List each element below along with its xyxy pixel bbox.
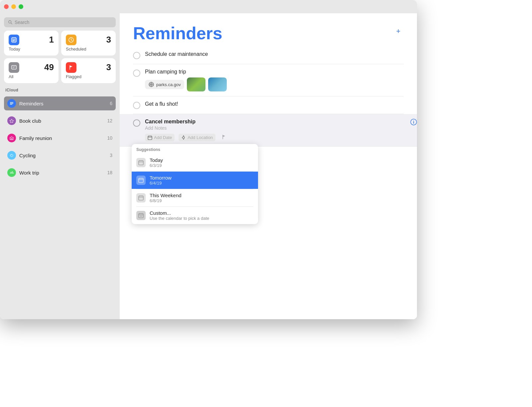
smart-tile-today[interactable]: 1 Today <box>4 31 59 56</box>
suggestion-today[interactable]: Today 6/3/19 <box>132 154 258 171</box>
reminder-checkbox-r4[interactable] <box>133 119 140 127</box>
smart-tile-scheduled[interactable]: 3 Scheduled <box>61 31 116 56</box>
suggestion-tomorrow-label: Tomorrow <box>150 175 172 181</box>
traffic-lights <box>4 4 23 9</box>
flag-button-r4[interactable] <box>219 133 228 142</box>
sidebar: Search 1 Today <box>0 13 120 319</box>
flagged-count: 3 <box>106 62 111 72</box>
reminder-content-r2: Plan camping trip parks.ca.gov <box>145 69 404 91</box>
search-placeholder: Search <box>15 20 29 25</box>
today-label: Today <box>9 47 54 52</box>
reminder-note-r4[interactable]: Add Notes <box>145 125 404 131</box>
scheduled-count: 3 <box>106 35 111 45</box>
smart-tile-all[interactable]: 49 All <box>4 58 59 83</box>
familyreunion-list-icon <box>7 134 16 142</box>
suggestion-tomorrow-text: Tomorrow 6/4/19 <box>150 175 172 186</box>
img-trees <box>187 77 205 91</box>
svg-rect-38 <box>139 213 143 218</box>
reminder-item-r4: Cancel membership Add Notes Add Date <box>120 114 417 147</box>
sidebar-item-reminders[interactable]: Reminders 6 <box>4 96 116 110</box>
add-date-button[interactable]: Add Date <box>145 134 175 141</box>
reminder-attachments-r2: parks.ca.gov <box>145 77 404 91</box>
globe-icon <box>148 81 154 87</box>
reminder-title-r2: Plan camping trip <box>145 69 186 74</box>
cycling-list-icon <box>7 151 16 160</box>
add-date-bar-r4: Add Date Add Location <box>145 133 404 142</box>
tile-top-scheduled: 3 <box>66 35 111 45</box>
cycling-list-label: Cycling <box>19 153 106 158</box>
scheduled-label: Scheduled <box>66 47 111 52</box>
reminders-list: Schedule car maintenance Plan camping tr… <box>120 47 417 319</box>
suggestion-custom-icon <box>136 211 146 220</box>
page-title: Reminders <box>133 23 222 43</box>
smart-tile-flagged[interactable]: 3 Flagged <box>61 58 116 83</box>
info-button-r4[interactable] <box>410 119 417 127</box>
suggestion-custom-label: Custom... <box>150 210 209 216</box>
add-location-label: Add Location <box>188 135 213 140</box>
reminder-item-r1: Schedule car maintenance <box>133 47 404 64</box>
svg-line-1 <box>11 23 12 24</box>
attachment-link-text-r2: parks.ca.gov <box>156 82 181 87</box>
reminder-title-r1: Schedule car maintenance <box>145 51 208 57</box>
suggestion-custom-text: Custom... Use the calendar to pick a dat… <box>150 210 209 221</box>
suggestion-custom[interactable]: Custom... Use the calendar to pick a dat… <box>132 207 258 224</box>
flagged-icon <box>66 62 76 73</box>
minimize-button[interactable] <box>11 4 16 9</box>
suggestion-today-label: Today <box>150 157 163 163</box>
img-lake <box>208 77 227 91</box>
svg-marker-16 <box>10 119 14 123</box>
suggestion-today-text: Today 6/3/19 <box>150 157 163 168</box>
svg-rect-30 <box>139 178 143 183</box>
suggestions-dropdown: Suggestions <box>132 144 258 224</box>
cycling-list-count: 3 <box>110 153 112 158</box>
all-icon <box>9 62 19 73</box>
reminder-content-r1: Schedule car maintenance <box>145 51 404 57</box>
close-button[interactable] <box>4 4 9 9</box>
main-content: Reminders + Schedule car maintenance Pla… <box>120 13 417 319</box>
svg-rect-34 <box>139 196 143 200</box>
suggestion-tomorrow[interactable]: Tomorrow 6/4/19 <box>132 172 258 189</box>
maximize-button[interactable] <box>19 4 23 9</box>
today-count: 1 <box>49 35 54 45</box>
search-bar[interactable]: Search <box>4 17 116 27</box>
smart-tiles: 1 Today 3 Scheduled <box>4 31 116 83</box>
add-location-button[interactable]: Add Location <box>179 134 215 141</box>
reminder-item-r2: Plan camping trip parks.ca.gov <box>133 64 404 96</box>
bookclub-list-count: 12 <box>107 118 112 123</box>
add-reminder-button[interactable]: + <box>393 26 404 37</box>
reminder-checkbox-r2[interactable] <box>133 69 140 77</box>
suggestion-weekend[interactable]: This Weekend 6/8/19 <box>132 189 258 206</box>
tile-top-today: 1 <box>9 35 54 45</box>
icloud-section-label: iCloud <box>4 86 116 93</box>
svg-point-45 <box>413 121 414 121</box>
titlebar <box>0 0 417 13</box>
tile-top-flagged: 3 <box>66 62 111 73</box>
tile-top-all: 49 <box>9 62 54 73</box>
suggestion-tomorrow-icon <box>136 176 146 185</box>
attachment-link-r2[interactable]: parks.ca.gov <box>145 80 184 89</box>
today-icon <box>9 35 19 45</box>
worktrip-list-label: Work trip <box>19 170 104 176</box>
sidebar-item-bookclub[interactable]: Book club 12 <box>4 114 116 128</box>
suggestions-title: Suggestions <box>132 144 258 154</box>
familyreunion-list-label: Family reunion <box>19 135 104 141</box>
add-date-label: Add Date <box>154 135 172 140</box>
svg-rect-20 <box>148 136 152 140</box>
flag-icon <box>221 135 226 139</box>
sidebar-item-cycling[interactable]: Cycling 3 <box>4 148 116 162</box>
svg-rect-9 <box>12 66 16 69</box>
worktrip-list-count: 18 <box>107 170 112 175</box>
main-header: Reminders + <box>120 13 417 47</box>
reminder-checkbox-r1[interactable] <box>133 52 140 59</box>
calendar-icon <box>148 135 152 140</box>
sidebar-item-worktrip[interactable]: Work trip 18 <box>4 166 116 180</box>
reminder-item-r3: Get a flu shot! <box>133 96 404 114</box>
reminder-title-r4: Cancel membership <box>145 119 196 124</box>
sidebar-item-familyreunion[interactable]: Family reunion 10 <box>4 131 116 145</box>
reminder-checkbox-r3[interactable] <box>133 102 140 109</box>
familyreunion-list-count: 10 <box>107 135 112 141</box>
reminder-content-r4: Cancel membership Add Notes Add Date <box>145 119 404 142</box>
attachment-img-trees <box>187 77 205 91</box>
all-count: 49 <box>44 62 54 72</box>
all-label: All <box>9 74 54 79</box>
